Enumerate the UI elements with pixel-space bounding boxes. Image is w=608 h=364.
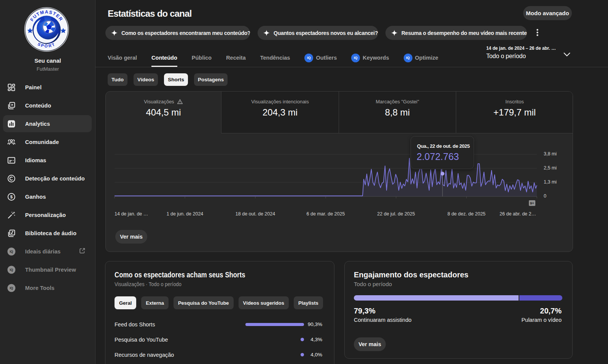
svg-text:IQ: IQ	[10, 268, 13, 272]
svg-text:IQ: IQ	[10, 286, 13, 290]
svg-text:IQ: IQ	[10, 250, 13, 253]
svg-text:$: $	[10, 195, 13, 199]
